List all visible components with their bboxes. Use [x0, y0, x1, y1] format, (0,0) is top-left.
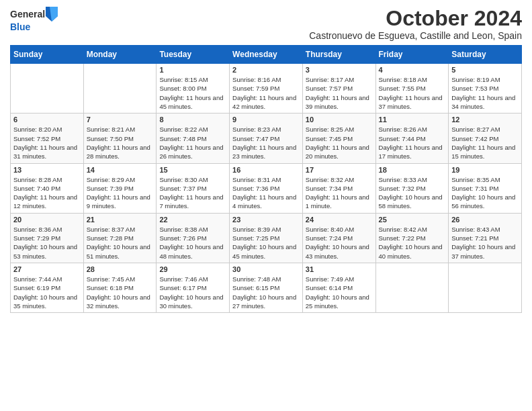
cell-day-number: 27 [13, 265, 81, 273]
calendar-cell: 26Sunrise: 8:43 AMSunset: 7:21 PMDayligh… [449, 213, 522, 263]
cell-day-number: 17 [306, 166, 373, 174]
cell-info: Sunrise: 8:26 AMSunset: 7:44 PMDaylight:… [379, 125, 446, 161]
calendar-cell: 29Sunrise: 7:46 AMSunset: 6:17 PMDayligh… [157, 263, 230, 312]
calendar-cell: 16Sunrise: 8:31 AMSunset: 7:36 PMDayligh… [230, 163, 303, 213]
calendar-cell: 10Sunrise: 8:25 AMSunset: 7:45 PMDayligh… [302, 113, 375, 163]
calendar-cell: 9Sunrise: 8:23 AMSunset: 7:47 PMDaylight… [230, 113, 303, 163]
calendar-cell: 8Sunrise: 8:22 AMSunset: 7:48 PMDaylight… [157, 113, 230, 163]
cell-day-number: 5 [451, 66, 519, 74]
calendar-cell: 17Sunrise: 8:32 AMSunset: 7:34 PMDayligh… [302, 163, 375, 213]
col-header-friday: Friday [375, 46, 449, 64]
calendar-cell: 4Sunrise: 8:18 AMSunset: 7:55 PMDaylight… [375, 64, 449, 113]
cell-info: Sunrise: 8:31 AMSunset: 7:36 PMDaylight:… [232, 175, 300, 211]
cell-info: Sunrise: 7:49 AMSunset: 6:14 PMDaylight:… [306, 275, 373, 310]
cell-info: Sunrise: 8:36 AMSunset: 7:29 PMDaylight:… [13, 225, 81, 261]
cell-info: Sunrise: 8:33 AMSunset: 7:32 PMDaylight:… [379, 175, 446, 211]
calendar-cell: 6Sunrise: 8:20 AMSunset: 7:52 PMDaylight… [11, 113, 84, 163]
calendar-cell: 31Sunrise: 7:49 AMSunset: 6:14 PMDayligh… [302, 263, 375, 312]
calendar-cell: 21Sunrise: 8:37 AMSunset: 7:28 PMDayligh… [83, 213, 157, 263]
cell-info: Sunrise: 8:20 AMSunset: 7:52 PMDaylight:… [13, 125, 81, 161]
cell-info: Sunrise: 8:17 AMSunset: 7:57 PMDaylight:… [306, 75, 373, 111]
cell-day-number: 25 [379, 216, 446, 224]
cell-info: Sunrise: 8:21 AMSunset: 7:50 PMDaylight:… [87, 125, 154, 161]
calendar-cell: 25Sunrise: 8:42 AMSunset: 7:22 PMDayligh… [375, 213, 449, 263]
title-section: October 2024 Castronuevo de Esgueva, Cas… [309, 7, 522, 41]
calendar-cell [375, 263, 449, 312]
subtitle: Castronuevo de Esgueva, Castille and Leo… [309, 30, 522, 41]
cell-day-number: 24 [306, 216, 373, 224]
cell-day-number: 11 [379, 116, 446, 124]
cell-day-number: 1 [159, 66, 226, 74]
cell-info: Sunrise: 8:32 AMSunset: 7:34 PMDaylight:… [306, 175, 373, 211]
logo-blue-text: Blue [10, 21, 30, 33]
cell-info: Sunrise: 8:40 AMSunset: 7:24 PMDaylight:… [306, 225, 373, 261]
cell-day-number: 28 [87, 265, 154, 273]
cell-day-number: 29 [159, 265, 226, 273]
col-header-saturday: Saturday [449, 46, 522, 64]
cell-day-number: 6 [13, 116, 81, 124]
cell-info: Sunrise: 8:16 AMSunset: 7:59 PMDaylight:… [232, 75, 300, 111]
cell-day-number: 23 [232, 216, 300, 224]
cell-info: Sunrise: 8:37 AMSunset: 7:28 PMDaylight:… [87, 225, 154, 261]
main-title: October 2024 [309, 7, 522, 30]
calendar-cell [83, 64, 157, 113]
cell-info: Sunrise: 8:18 AMSunset: 7:55 PMDaylight:… [379, 75, 446, 111]
cell-info: Sunrise: 8:29 AMSunset: 7:39 PMDaylight:… [87, 175, 154, 211]
logo: General Blue [10, 7, 58, 33]
calendar-week-row: 6Sunrise: 8:20 AMSunset: 7:52 PMDaylight… [11, 113, 522, 163]
calendar-cell: 3Sunrise: 8:17 AMSunset: 7:57 PMDaylight… [302, 64, 375, 113]
calendar-week-row: 13Sunrise: 8:28 AMSunset: 7:40 PMDayligh… [11, 163, 522, 213]
calendar-cell: 5Sunrise: 8:19 AMSunset: 7:53 PMDaylight… [449, 64, 522, 113]
calendar-week-row: 1Sunrise: 8:15 AMSunset: 8:00 PMDaylight… [11, 64, 522, 113]
cell-info: Sunrise: 8:27 AMSunset: 7:42 PMDaylight:… [451, 125, 519, 161]
cell-day-number: 12 [451, 116, 519, 124]
cell-info: Sunrise: 8:28 AMSunset: 7:40 PMDaylight:… [13, 175, 81, 211]
calendar-cell: 30Sunrise: 7:48 AMSunset: 6:15 PMDayligh… [230, 263, 303, 312]
cell-day-number: 26 [451, 216, 519, 224]
cell-info: Sunrise: 8:30 AMSunset: 7:37 PMDaylight:… [159, 175, 226, 211]
calendar-cell: 7Sunrise: 8:21 AMSunset: 7:50 PMDaylight… [83, 113, 157, 163]
col-header-wednesday: Wednesday [230, 46, 303, 64]
cell-day-number: 2 [232, 66, 300, 74]
cell-info: Sunrise: 8:38 AMSunset: 7:26 PMDaylight:… [159, 225, 226, 261]
calendar-week-row: 27Sunrise: 7:44 AMSunset: 6:19 PMDayligh… [11, 263, 522, 312]
calendar-cell: 24Sunrise: 8:40 AMSunset: 7:24 PMDayligh… [302, 213, 375, 263]
cell-info: Sunrise: 7:45 AMSunset: 6:18 PMDaylight:… [87, 275, 154, 310]
cell-day-number: 30 [232, 265, 300, 273]
calendar-cell: 2Sunrise: 8:16 AMSunset: 7:59 PMDaylight… [230, 64, 303, 113]
col-header-sunday: Sunday [11, 46, 84, 64]
cell-day-number: 21 [87, 216, 154, 224]
calendar-week-row: 20Sunrise: 8:36 AMSunset: 7:29 PMDayligh… [11, 213, 522, 263]
cell-day-number: 15 [159, 166, 226, 174]
cell-day-number: 22 [159, 216, 226, 224]
calendar-table: SundayMondayTuesdayWednesdayThursdayFrid… [10, 45, 522, 313]
cell-day-number: 19 [451, 166, 519, 174]
calendar-cell: 18Sunrise: 8:33 AMSunset: 7:32 PMDayligh… [375, 163, 449, 213]
calendar-cell: 15Sunrise: 8:30 AMSunset: 7:37 PMDayligh… [157, 163, 230, 213]
col-header-thursday: Thursday [302, 46, 375, 64]
calendar-cell: 28Sunrise: 7:45 AMSunset: 6:18 PMDayligh… [83, 263, 157, 312]
cell-day-number: 8 [159, 116, 226, 124]
cell-day-number: 18 [379, 166, 446, 174]
cell-info: Sunrise: 8:43 AMSunset: 7:21 PMDaylight:… [451, 225, 519, 261]
cell-day-number: 13 [13, 166, 81, 174]
logo-icon [46, 7, 58, 21]
cell-info: Sunrise: 8:25 AMSunset: 7:45 PMDaylight:… [306, 125, 373, 161]
cell-day-number: 20 [13, 216, 81, 224]
cell-info: Sunrise: 8:42 AMSunset: 7:22 PMDaylight:… [379, 225, 446, 261]
calendar-cell: 14Sunrise: 8:29 AMSunset: 7:39 PMDayligh… [83, 163, 157, 213]
cell-info: Sunrise: 8:19 AMSunset: 7:53 PMDaylight:… [451, 75, 519, 111]
calendar-cell [449, 263, 522, 312]
cell-day-number: 4 [379, 66, 446, 74]
cell-info: Sunrise: 7:44 AMSunset: 6:19 PMDaylight:… [13, 275, 81, 310]
cell-day-number: 7 [87, 116, 154, 124]
cell-day-number: 3 [306, 66, 373, 74]
calendar-cell: 20Sunrise: 8:36 AMSunset: 7:29 PMDayligh… [11, 213, 84, 263]
page: General Blue October 2024 Castronuevo de… [0, 0, 532, 411]
cell-day-number: 10 [306, 116, 373, 124]
calendar-cell: 19Sunrise: 8:35 AMSunset: 7:31 PMDayligh… [449, 163, 522, 213]
cell-info: Sunrise: 8:22 AMSunset: 7:48 PMDaylight:… [159, 125, 226, 161]
col-header-tuesday: Tuesday [157, 46, 230, 64]
cell-info: Sunrise: 8:23 AMSunset: 7:47 PMDaylight:… [232, 125, 300, 161]
calendar-header-row: SundayMondayTuesdayWednesdayThursdayFrid… [11, 46, 522, 64]
